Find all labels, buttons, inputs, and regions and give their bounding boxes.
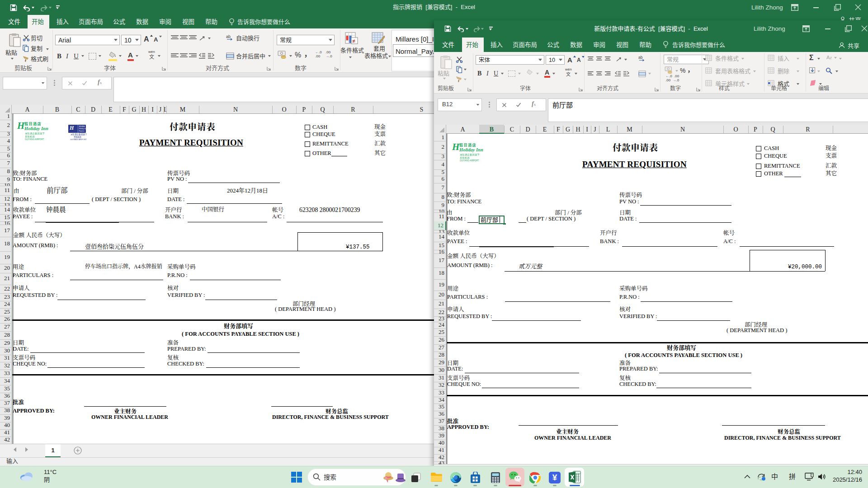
svg-text:≠: ≠ <box>353 38 356 44</box>
svg-text:ab: ab <box>226 34 231 39</box>
svg-text:ab: ab <box>638 55 643 60</box>
